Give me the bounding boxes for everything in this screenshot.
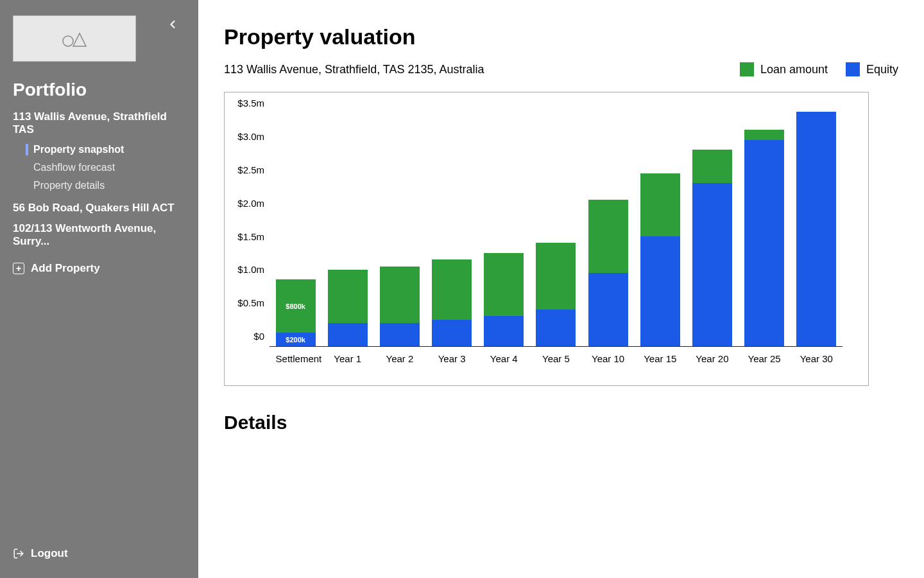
bar-segment-loan [432, 259, 472, 319]
y-tick: $0 [253, 331, 264, 342]
x-tick: Year 25 [744, 353, 784, 372]
legend-loan-label: Loan amount [760, 63, 828, 76]
svg-point-0 [63, 36, 73, 46]
bar-segment-equity [484, 316, 524, 346]
bar-segment-equity [588, 273, 628, 346]
sidebar-subitem-snapshot[interactable]: Property snapshot [26, 144, 185, 155]
y-tick: $2.0m [237, 197, 264, 208]
bar-segment-equity [640, 236, 680, 346]
bar-segment-equity [536, 310, 576, 346]
bar-column [536, 112, 576, 346]
bar-column [640, 112, 680, 346]
x-tick: Settlement [276, 353, 316, 372]
bar-segment-equity [692, 183, 732, 346]
bar-column [484, 112, 524, 346]
property-address: 113 Wallis Avenue, Strathfield, TAS 2135… [224, 63, 484, 76]
legend-equity-label: Equity [866, 63, 898, 76]
page-title: Property valuation [224, 24, 898, 49]
legend-equity: Equity [846, 62, 898, 76]
main-content: Property valuation 113 Wallis Avenue, St… [198, 0, 924, 578]
y-tick: $2.5m [237, 164, 264, 175]
sidebar-property-0[interactable]: 113 Wallis Avenue, Strathfield TAS [13, 110, 185, 136]
y-tick: $0.5m [237, 297, 264, 308]
sidebar-section-title: Portfolio [13, 80, 185, 100]
x-tick: Year 5 [536, 353, 576, 372]
x-tick: Year 1 [328, 353, 368, 372]
valuation-chart: $0$0.5m$1.0m$1.5m$2.0m$2.5m$3.0m$3.5m $8… [224, 92, 869, 386]
x-tick: Year 15 [640, 353, 680, 372]
bar-annotation-equity: $200k [276, 336, 316, 344]
logout-button[interactable]: Logout [13, 547, 68, 560]
bar-column [588, 112, 628, 346]
bar-column [432, 112, 472, 346]
y-tick: $3.5m [237, 98, 264, 109]
bar-column [328, 112, 368, 346]
x-tick: Year 10 [588, 353, 628, 372]
bar-column: $800k$200k [276, 112, 316, 346]
sidebar-subitem-details[interactable]: Property details [26, 180, 185, 191]
sidebar-property-1[interactable]: 56 Bob Road, Quakers Hill ACT [13, 202, 185, 215]
bar-column [744, 112, 784, 346]
add-property-button[interactable]: + Add Property [13, 262, 185, 275]
y-tick: $1.0m [237, 264, 264, 275]
collapse-sidebar-button[interactable] [166, 18, 179, 31]
y-tick: $3.0m [237, 131, 264, 142]
bar-segment-equity [432, 320, 472, 346]
bar-column [796, 112, 836, 346]
sidebar-nav: 113 Wallis Avenue, Strathfield TAS Prope… [13, 110, 185, 275]
chart-x-axis: SettlementYear 1Year 2Year 3Year 4Year 5… [270, 353, 843, 372]
bar-segment-loan [536, 243, 576, 310]
bar-annotation-loan: $800k [276, 302, 316, 310]
legend-loan-swatch [740, 62, 754, 76]
chart-y-axis: $0$0.5m$1.0m$1.5m$2.0m$2.5m$3.0m$3.5m [225, 112, 270, 347]
details-heading: Details [224, 412, 898, 434]
x-tick: Year 30 [796, 353, 836, 372]
bar-column [380, 112, 420, 346]
plus-icon: + [13, 263, 24, 274]
bar-segment-loan [744, 130, 784, 140]
bar-segment-loan [328, 270, 368, 323]
bar-column [692, 112, 732, 346]
bar-segment-loan [484, 253, 524, 316]
sidebar-subitem-cashflow[interactable]: Cashflow forecast [26, 162, 185, 173]
bar-segment-loan [692, 150, 732, 183]
legend-loan: Loan amount [740, 62, 828, 76]
x-tick: Year 3 [432, 353, 472, 372]
x-tick: Year 4 [484, 353, 524, 372]
app-logo [13, 15, 136, 62]
bar-segment-loan [588, 200, 628, 273]
bar-segment-loan [640, 173, 680, 236]
add-property-label: Add Property [31, 262, 100, 275]
chart-legend: Loan amount Equity [740, 62, 898, 76]
sidebar-subnav: Property snapshot Cashflow forecast Prop… [26, 144, 185, 191]
logout-label: Logout [31, 547, 68, 560]
y-tick: $1.5m [237, 231, 264, 241]
bar-segment-equity [796, 112, 836, 346]
legend-equity-swatch [846, 62, 860, 76]
logout-icon [13, 548, 24, 559]
chart-bars: $800k$200k [270, 112, 843, 346]
bar-segment-equity [328, 323, 368, 346]
x-tick: Year 2 [380, 353, 420, 372]
bar-segment-equity [380, 323, 420, 346]
chart-plot: $800k$200k [270, 112, 843, 347]
sidebar-property-2[interactable]: 102/113 Wentworth Avenue, Surry... [13, 222, 185, 248]
x-tick: Year 20 [692, 353, 732, 372]
bar-segment-equity [744, 140, 784, 346]
sidebar: Portfolio 113 Wallis Avenue, Strathfield… [0, 0, 198, 578]
bar-segment-loan [380, 267, 420, 323]
